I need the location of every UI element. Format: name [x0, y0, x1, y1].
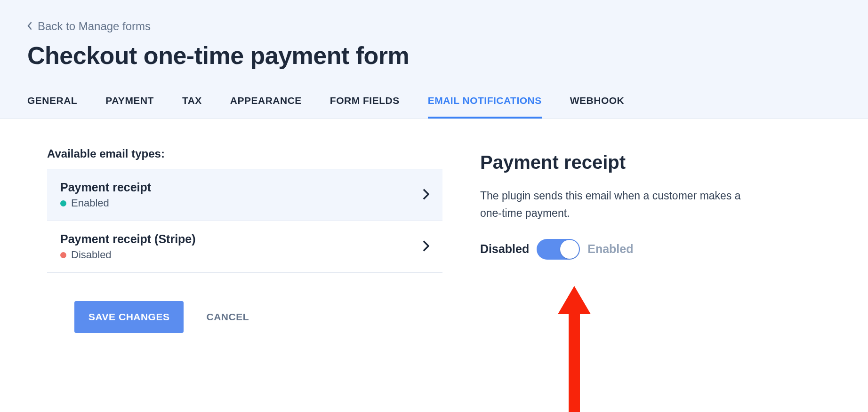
tab-tax[interactable]: TAX [182, 95, 202, 119]
email-item-payment-receipt-stripe[interactable]: Payment receipt (Stripe) Disabled [47, 221, 442, 273]
save-button[interactable]: SAVE CHANGES [74, 301, 184, 333]
email-item-payment-receipt[interactable]: Payment receipt Enabled [47, 169, 442, 221]
status-label: Enabled [71, 197, 109, 209]
tab-email-notifications[interactable]: EMAIL NOTIFICATIONS [428, 95, 542, 119]
enable-toggle[interactable] [537, 239, 580, 260]
status-dot-icon [60, 252, 66, 258]
toggle-row: Disabled Enabled [480, 239, 841, 260]
status-dot-icon [60, 200, 66, 206]
status-label: Disabled [71, 249, 112, 261]
tab-form-fields[interactable]: FORM FIELDS [330, 95, 400, 119]
tab-general[interactable]: GENERAL [27, 95, 77, 119]
tab-payment[interactable]: PAYMENT [105, 95, 154, 119]
tab-appearance[interactable]: APPEARANCE [230, 95, 302, 119]
tab-webhook[interactable]: WEBHOOK [570, 95, 625, 119]
toggle-label-disabled: Disabled [480, 242, 529, 256]
chevron-right-icon [423, 240, 429, 254]
email-item-title: Payment receipt [60, 181, 151, 194]
email-type-list: Payment receipt Enabled Payment receipt … [47, 169, 442, 273]
toggle-label-enabled: Enabled [587, 242, 633, 256]
detail-description: The plugin sends this email when a custo… [480, 187, 744, 222]
chevron-left-icon [27, 20, 33, 33]
page-title: Checkout one-time payment form [27, 41, 841, 70]
cancel-button[interactable]: CANCEL [206, 311, 249, 323]
tabs: GENERAL PAYMENT TAX APPEARANCE FORM FIEL… [27, 95, 841, 119]
chevron-right-icon [423, 189, 429, 202]
back-link[interactable]: Back to Manage forms [27, 20, 151, 33]
section-label: Available email types: [47, 147, 442, 160]
email-item-title: Payment receipt (Stripe) [60, 232, 196, 246]
detail-title: Payment receipt [480, 152, 841, 173]
email-item-status: Enabled [60, 197, 151, 209]
email-item-status: Disabled [60, 249, 196, 261]
toggle-knob-icon [560, 240, 579, 259]
back-link-label: Back to Manage forms [38, 20, 151, 33]
